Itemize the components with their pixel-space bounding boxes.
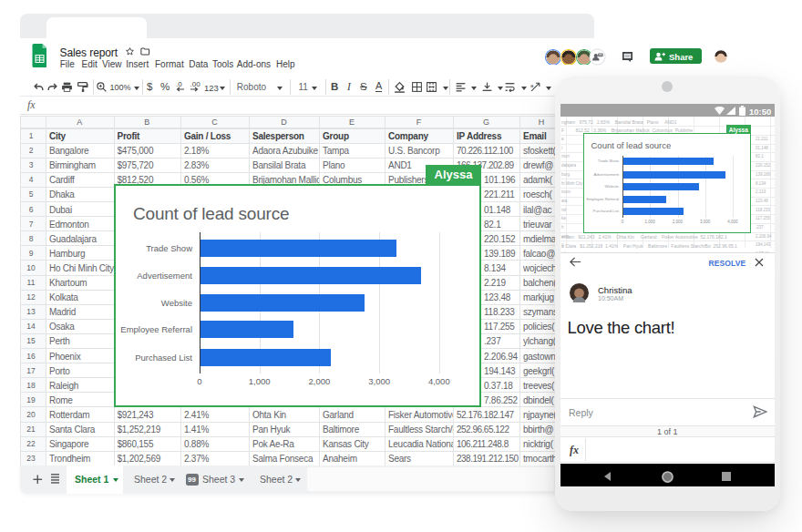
svg-text:a: a [530,83,534,88]
